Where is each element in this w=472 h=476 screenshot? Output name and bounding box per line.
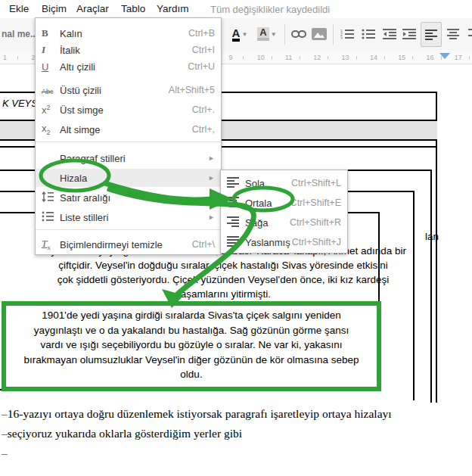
menu-item-shortcut: Ctrl+. bbox=[192, 104, 215, 115]
submenu-arrow-icon: ► bbox=[208, 174, 215, 182]
menu-item-label: Altı çizili bbox=[60, 61, 188, 73]
outdent-icon bbox=[383, 29, 396, 39]
align-left-button[interactable] bbox=[421, 22, 442, 47]
ruler-tick bbox=[300, 56, 300, 60]
ruler-number: 9 bbox=[228, 54, 232, 61]
format-menu-item-alt-simge[interactable]: x2Alt simgeCtrl+, bbox=[36, 120, 221, 138]
handwritten-notes: –16-yazıyı ortaya doğru düzenlemek istiy… bbox=[2, 404, 392, 463]
align-item-sola[interactable]: SolaCtrl+Shift+L bbox=[221, 174, 347, 192]
highlight-color-icon: A bbox=[257, 27, 269, 41]
align-center-icon bbox=[447, 29, 459, 39]
menu-separator bbox=[36, 142, 221, 142]
menu-item-shortcut: Ctrl+Shift+E bbox=[290, 198, 341, 208]
ruler-tick bbox=[272, 56, 272, 60]
note-line: –16-yazıyı ortaya doğru düzenlemek istiy… bbox=[2, 404, 392, 424]
menubar-item-tablo[interactable]: Tablo bbox=[121, 3, 145, 14]
ruler-number: 13 bbox=[342, 54, 349, 61]
format-menu-item--st-simge[interactable]: x2Üst simgeCtrl+. bbox=[36, 101, 221, 119]
format-menu-item--st-izili[interactable]: AbcÜstü çiziliAlt+Shift+5 bbox=[36, 81, 221, 99]
menubar-item-ekle[interactable]: Ekle bbox=[9, 3, 29, 14]
underline-icon: U bbox=[42, 61, 60, 73]
align-center-button[interactable] bbox=[443, 23, 463, 45]
format-menu-item-liste-stilleri[interactable]: Liste stilleri► bbox=[36, 208, 221, 226]
ruler-number: 16 bbox=[427, 54, 434, 61]
boxed-paragraph-line: vardı ve ışığı seçebiliyordu bu gözüyle … bbox=[6, 338, 377, 353]
numbered-list-icon: 123 bbox=[340, 29, 354, 39]
strikethrough-icon: Abc bbox=[42, 85, 60, 96]
paragraph-line: yaşamlarını yitirmişti. bbox=[0, 287, 446, 301]
menu-item-label: Yaslanmış bbox=[245, 237, 292, 248]
highlight-color-button[interactable]: A ▼ bbox=[254, 23, 280, 45]
boxed-paragraph-line: bırakmayan olumsuzluklar Veysel'in diğer… bbox=[6, 353, 377, 368]
menu-item-label: Paragraf stilleri bbox=[60, 153, 208, 164]
list-styles-icon bbox=[42, 211, 60, 224]
format-menu-item-paragraf-stilleri[interactable]: Paragraf stilleri► bbox=[36, 149, 221, 167]
align-right-icon bbox=[468, 29, 472, 39]
note-line: –seçiyoruz yukarıda oklarla gösterdiğim … bbox=[2, 424, 392, 443]
format-menu-item-kal-n[interactable]: BKalınCtrl+B bbox=[36, 24, 221, 42]
toolbar-separator bbox=[333, 24, 334, 45]
indent-button[interactable] bbox=[399, 23, 419, 45]
save-status: Tüm değişiklikler kaydedildi bbox=[210, 4, 330, 15]
chevron-down-icon: ▼ bbox=[241, 31, 247, 38]
align-item-ortala[interactable]: OrtalaCtrl+Shift+E bbox=[221, 194, 347, 212]
numbered-list-button[interactable]: 123 bbox=[337, 23, 357, 45]
align-center-icon bbox=[227, 197, 245, 210]
italic-icon: I bbox=[42, 44, 60, 56]
align-submenu: SolaCtrl+Shift+LOrtalaCtrl+Shift+ESağaCt… bbox=[220, 170, 348, 254]
toolbar-separator bbox=[284, 24, 285, 45]
text-color-button[interactable]: A ▼ bbox=[227, 23, 253, 45]
boxed-paragraph-line: oldu. bbox=[6, 367, 377, 382]
align-right-button[interactable] bbox=[464, 23, 472, 45]
align-justify-icon bbox=[227, 236, 245, 249]
ruler-number: 1 bbox=[3, 54, 7, 61]
format-menu-item-alt-izili[interactable]: UAltı çiziliCtrl+U bbox=[36, 58, 221, 76]
ruler-tick bbox=[469, 56, 470, 60]
menu-item-label: Sola bbox=[245, 178, 291, 189]
insert-image-button[interactable] bbox=[309, 23, 330, 45]
submenu-arrow-icon: ► bbox=[208, 213, 215, 221]
bulleted-list-button[interactable] bbox=[359, 23, 378, 45]
indent-icon bbox=[402, 29, 416, 39]
paragraph-line: çok şiddetli gösteriyordu. Çiçek yüzünde… bbox=[0, 272, 446, 287]
ruler-tick bbox=[356, 56, 357, 60]
chevron-down-icon: ▼ bbox=[271, 31, 277, 38]
menubar-item-araçlar[interactable]: Araçlar bbox=[76, 3, 109, 14]
ruler-tick bbox=[328, 56, 328, 60]
menu-item-shortcut: Ctrl+Shift+L bbox=[291, 178, 341, 188]
align-item-yaslanm-[interactable]: YaslanmışCtrl+Shift+J bbox=[221, 233, 347, 251]
bold-icon: B bbox=[42, 27, 60, 39]
format-menu-item-bi-imlendirmeyi-temizle[interactable]: TxBiçimlendirmeyi temizleCtrl+\ bbox=[36, 235, 221, 254]
menubar-item-yardım[interactable]: Yardım bbox=[157, 3, 189, 14]
ruler-tick bbox=[441, 56, 442, 60]
subscript-icon: x2 bbox=[42, 123, 60, 136]
boxed-paragraph-line: 1901'de yedi yaşına girdiği sıralarda Si… bbox=[6, 308, 377, 323]
ruler-tick bbox=[384, 56, 385, 60]
ruler-number: 10 bbox=[257, 54, 265, 61]
image-icon bbox=[312, 28, 327, 40]
ruler-number: 14 bbox=[370, 54, 377, 61]
menubar-item-biçim[interactable]: Biçim bbox=[42, 3, 67, 14]
highlighted-paragraph-box[interactable]: 1901'de yedi yaşına girdiği sıralarda Si… bbox=[2, 301, 381, 391]
note-line: – bbox=[2, 443, 392, 463]
submenu-arrow-icon: ► bbox=[208, 154, 215, 162]
paragraph-style-dropdown[interactable]: nal me... bbox=[2, 29, 38, 39]
outdent-button[interactable] bbox=[380, 23, 399, 45]
menu-item-label: Üst simge bbox=[60, 104, 192, 116]
menu-item-shortcut: Alt+Shift+5 bbox=[169, 85, 215, 95]
format-menu-item-hizala[interactable]: Hizala► bbox=[36, 169, 221, 187]
menu-bar: EkleBiçimAraçlarTabloYardımTüm değişikli… bbox=[0, 0, 472, 18]
format-menu-item-i-talik[interactable]: IİtalikCtrl+I bbox=[36, 41, 221, 59]
submenu-arrow-icon: ► bbox=[208, 194, 215, 201]
ruler-tick bbox=[412, 56, 413, 60]
format-menu-dropdown: BKalınCtrl+BIİtalikCtrl+IUAltı çiziliCtr… bbox=[35, 17, 222, 255]
insert-link-button[interactable] bbox=[289, 23, 309, 45]
menu-item-label: Ortala bbox=[245, 198, 290, 209]
menu-item-label: Alt simge bbox=[60, 124, 192, 135]
align-item-sa-a[interactable]: SağaCtrl+Shift+R bbox=[221, 213, 347, 232]
format-menu-item-sat-r-aral-[interactable]: Satır aralığı► bbox=[36, 188, 221, 207]
align-left-icon bbox=[425, 30, 437, 40]
menu-item-shortcut: Ctrl+I bbox=[192, 45, 215, 55]
ruler-tick bbox=[243, 56, 244, 60]
menu-item-shortcut: Ctrl+U bbox=[188, 61, 215, 72]
